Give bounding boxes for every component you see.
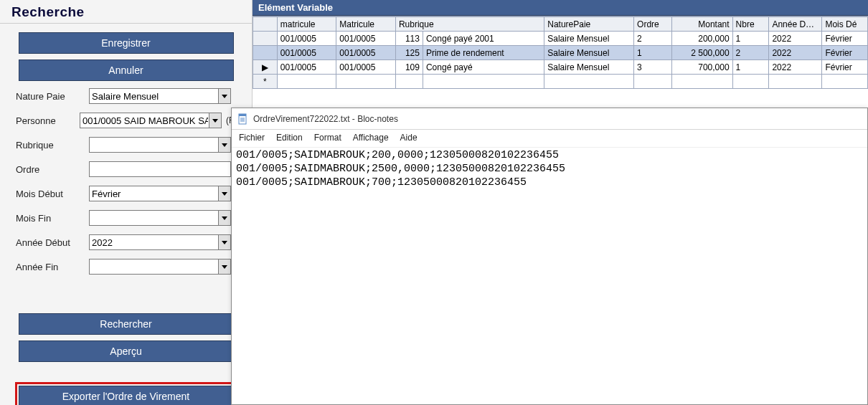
svg-rect-1 <box>239 114 246 116</box>
cell-naturepaie[interactable]: Salaire Mensuel <box>544 46 634 60</box>
search-title: Recherche <box>0 0 252 24</box>
cell-empty[interactable] <box>732 75 769 89</box>
notepad-menu-format[interactable]: Format <box>314 133 341 143</box>
cell-mois[interactable]: Février <box>822 32 868 46</box>
row-marker <box>253 46 278 60</box>
annee-debut-label: Année Début <box>16 237 89 248</box>
rubrique-label: Rubrique <box>16 140 89 151</box>
nature-paie-select[interactable] <box>89 88 231 104</box>
cell-mois[interactable]: Février <box>822 60 868 75</box>
notepad-menu: Fichier Edition Format Affichage Aide <box>232 130 867 148</box>
cell-nbre[interactable]: 1 <box>732 60 769 75</box>
cell-nbre[interactable]: 2 <box>732 46 769 60</box>
cell-empty[interactable] <box>634 75 672 89</box>
personne-select[interactable] <box>80 113 222 128</box>
cell-annee[interactable]: 2022 <box>769 60 822 75</box>
grid-header-montant[interactable]: Montant <box>671 17 732 32</box>
cell-rubrique-label[interactable]: Congé payé 2001 <box>423 32 544 46</box>
grid-header-rubrique[interactable]: Rubrique <box>395 17 544 32</box>
grid-header-naturepaie[interactable]: NaturePaie <box>544 17 634 32</box>
cell-rubrique-num[interactable]: 113 <box>395 32 423 46</box>
notepad-titlebar[interactable]: OrdreVirement722022.txt - Bloc-notes <box>232 108 867 130</box>
cell-rubrique-num[interactable]: 109 <box>395 60 423 75</box>
cell-matricule1[interactable]: 001/0005 <box>277 60 336 75</box>
row-marker <box>253 32 278 46</box>
apercu-button[interactable]: Aperçu <box>19 340 234 362</box>
rechercher-button[interactable]: Rechercher <box>19 313 234 335</box>
exporter-ordre-highlight: Exporter l'Ordre de Virement <box>15 382 237 405</box>
grid-title: Elément Variable <box>253 0 868 16</box>
annee-debut-select[interactable] <box>89 234 231 250</box>
cell-matricule2[interactable]: 001/0005 <box>336 32 396 46</box>
cell-matricule2[interactable]: 001/0005 <box>336 46 396 60</box>
right-panel: Elément Variable matricule Matricule Rub… <box>253 0 868 405</box>
cell-empty[interactable] <box>769 75 822 89</box>
cell-montant[interactable]: 700,000 <box>671 60 732 75</box>
cell-mois[interactable]: Février <box>822 46 868 60</box>
ordre-label: Ordre <box>16 164 89 175</box>
cell-rubrique-num[interactable]: 125 <box>395 46 423 60</box>
row-marker: ▶ <box>253 60 278 75</box>
notepad-window[interactable]: OrdreVirement722022.txt - Bloc-notes Fic… <box>231 108 868 405</box>
cell-naturepaie[interactable]: Salaire Mensuel <box>544 32 634 46</box>
mois-fin-label: Mois Fin <box>16 213 89 224</box>
mois-fin-select[interactable] <box>89 210 231 226</box>
cell-empty[interactable] <box>277 75 336 89</box>
cell-empty[interactable] <box>822 75 868 89</box>
grid-header-annee-debut[interactable]: Année Débu <box>769 17 822 32</box>
grid-header-matricule1[interactable]: matricule <box>277 17 336 32</box>
grid-header-matricule2[interactable]: Matricule <box>336 17 396 32</box>
grid-header-nbre[interactable]: Nbre <box>732 17 769 32</box>
table-row[interactable]: ▶001/0005001/0005109Congé payéSalaire Me… <box>253 60 868 75</box>
grid-header-ordre[interactable]: Ordre <box>634 17 672 32</box>
notepad-content[interactable]: 001/0005;SAIDMABROUK;200,0000;1230500082… <box>232 148 867 191</box>
annee-fin-select[interactable] <box>89 259 231 275</box>
cell-ordre[interactable]: 3 <box>634 60 672 75</box>
nature-paie-label: Nature Paie <box>16 91 89 102</box>
notepad-title-text: OrdreVirement722022.txt - Bloc-notes <box>253 114 398 124</box>
cell-rubrique-label[interactable]: Congé payé <box>423 60 544 75</box>
mois-debut-label: Mois Début <box>16 189 89 199</box>
mois-debut-select[interactable] <box>89 186 231 201</box>
table-row[interactable]: 001/0005001/0005113Congé payé 2001Salair… <box>253 32 868 46</box>
annee-fin-label: Année Fin <box>16 262 89 272</box>
cell-annee[interactable]: 2022 <box>769 32 822 46</box>
cell-empty[interactable] <box>544 75 634 89</box>
cell-empty[interactable] <box>336 75 396 89</box>
notepad-menu-aide[interactable]: Aide <box>400 133 418 143</box>
rubrique-select[interactable] <box>89 137 231 153</box>
table-row[interactable]: 001/0005001/0005125Prime de rendementSal… <box>253 46 868 60</box>
cell-montant[interactable]: 200,000 <box>671 32 732 46</box>
notepad-menu-affichage[interactable]: Affichage <box>353 133 389 143</box>
cell-ordre[interactable]: 2 <box>634 32 672 46</box>
cell-annee[interactable]: 2022 <box>769 46 822 60</box>
annuler-button[interactable]: Annuler <box>19 59 234 81</box>
cell-empty[interactable] <box>423 75 544 89</box>
cell-empty[interactable] <box>395 75 423 89</box>
cell-matricule1[interactable]: 001/0005 <box>277 32 336 46</box>
grid-header-mois-debut[interactable]: Mois Dé <box>822 17 868 32</box>
notepad-icon <box>237 113 249 125</box>
notepad-menu-edition[interactable]: Edition <box>276 133 303 143</box>
row-marker-star: * <box>253 75 278 89</box>
search-panel: Recherche Enregistrer Annuler Nature Pai… <box>0 0 253 405</box>
grid: matricule Matricule Rubrique NaturePaie … <box>253 16 868 89</box>
enregistrer-button[interactable]: Enregistrer <box>19 32 234 54</box>
cell-rubrique-label[interactable]: Prime de rendement <box>423 46 544 60</box>
cell-naturepaie[interactable]: Salaire Mensuel <box>544 60 634 75</box>
cell-ordre[interactable]: 1 <box>634 46 672 60</box>
notepad-menu-fichier[interactable]: Fichier <box>239 133 265 143</box>
cell-nbre[interactable]: 1 <box>732 32 769 46</box>
ordre-input[interactable] <box>89 161 231 177</box>
personne-label: Personne <box>16 115 80 126</box>
grid-rowheader <box>253 17 278 32</box>
exporter-ordre-button[interactable]: Exporter l'Ordre de Virement <box>19 386 234 405</box>
cell-matricule2[interactable]: 001/0005 <box>336 60 396 75</box>
cell-montant[interactable]: 2 500,000 <box>671 46 732 60</box>
cell-matricule1[interactable]: 001/0005 <box>277 46 336 60</box>
cell-empty[interactable] <box>671 75 732 89</box>
table-row-new[interactable]: * <box>253 75 868 89</box>
